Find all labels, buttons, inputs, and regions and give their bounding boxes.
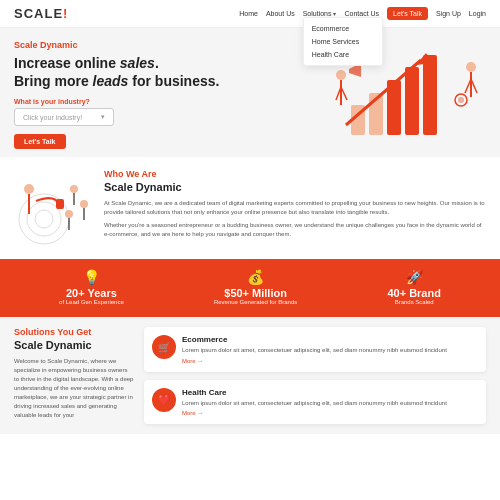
stat-brands-label: Brands Scaled [387,299,441,307]
svg-point-27 [65,210,73,218]
svg-rect-4 [423,55,437,135]
lightbulb-icon: 💡 [59,269,124,285]
logo-suffix: ! [63,6,68,21]
svg-point-19 [35,210,53,228]
chevron-down-icon: ▾ [101,113,105,121]
logo-text: SCALE [14,6,63,21]
solutions-right: 🛒 Ecommerce Lorem ipsum dolor sit amet, … [144,327,486,424]
magnet-illustration [14,169,94,249]
who-tag: Who We Are [104,169,486,179]
healthcare-title: Health Care [182,388,447,397]
solutions-tag: Solutions You Get [14,327,134,337]
hero-title: Increase online sales. Bring more leads … [14,54,326,90]
who-title: Scale Dynamic [104,181,486,193]
navbar: SCALE! Home About Us Solutions ▾ Ecommer… [0,0,500,28]
svg-point-20 [24,184,34,194]
solutions-dropdown-menu: Ecommerce Home Services Health Care [303,17,383,66]
hero-cta-button[interactable]: Let's Talk [14,134,66,149]
healthcare-text: Lorem ipsum dolor sit amet, consectetuer… [182,399,447,407]
solutions-label: Solutions [303,10,332,17]
ecommerce-text: Lorem ipsum dolor sit amet, consectetuer… [182,346,447,354]
svg-rect-22 [56,199,64,209]
svg-point-23 [70,185,78,193]
stat-years-number: 20+ Years [59,287,124,299]
stat-brands-number: 40+ Brand [387,287,441,299]
solutions-layout: Solutions You Get Scale Dynamic Welcome … [14,327,486,424]
ecommerce-title: Ecommerce [182,335,447,344]
stat-revenue-number: $50+ Million [214,287,297,299]
svg-point-25 [80,200,88,208]
who-para2: Whether you're a seasoned entrepreneur o… [104,221,486,239]
hero-left: Scale Dynamic Increase online sales. Bri… [14,40,326,149]
who-section: Who We Are Scale Dynamic At Scale Dynami… [0,157,500,259]
stat-years: 💡 20+ Years of Lead Gen Experience [59,269,124,307]
hero-tag: Scale Dynamic [14,40,326,50]
who-left [14,169,94,251]
nav-solutions-link[interactable]: Solutions ▾ [303,10,337,17]
chevron-down-icon: ▾ [333,10,336,17]
industry-label: What is your industry? [14,98,326,105]
svg-point-16 [458,97,464,103]
nav-signup[interactable]: Sign Up [436,10,461,17]
nav-login[interactable]: Login [469,10,486,17]
who-para1: At Scale Dynamic, we are a dedicated tea… [104,199,486,217]
who-layout: Who We Are Scale Dynamic At Scale Dynami… [14,169,486,251]
stat-revenue: 💰 $50+ Million Revenue Generated for Bra… [214,269,297,307]
stat-revenue-label: Revenue Generated for Brands [214,299,297,307]
solutions-left: Solutions You Get Scale Dynamic Welcome … [14,327,134,424]
who-right: Who We Are Scale Dynamic At Scale Dynami… [104,169,486,251]
solution-card-ecommerce-content: Ecommerce Lorem ipsum dolor sit amet, co… [182,335,447,363]
solution-card-healthcare-content: Health Care Lorem ipsum dolor sit amet, … [182,388,447,416]
dropdown-item-ecommerce[interactable]: Ecommerce [304,22,382,35]
solution-card-ecommerce: 🛒 Ecommerce Lorem ipsum dolor sit amet, … [144,327,486,371]
rocket-icon: 🚀 [387,269,441,285]
nav-contact[interactable]: Contact Us [344,10,379,17]
nav-home[interactable]: Home [239,10,258,17]
nav-links: Home About Us Solutions ▾ Ecommerce Home… [239,7,486,20]
dropdown-item-home-services[interactable]: Home Services [304,35,382,48]
nav-cta-button[interactable]: Let's Talk [387,7,428,20]
svg-rect-3 [405,67,419,135]
hero-industry: What is your industry? Click your indust… [14,98,326,126]
solutions-title: Scale Dynamic [14,339,134,351]
stat-years-label: of Lead Gen Experience [59,299,124,307]
nav-about[interactable]: About Us [266,10,295,17]
solutions-section: Solutions You Get Scale Dynamic Welcome … [0,317,500,434]
ecommerce-icon: 🛒 [152,335,176,359]
healthcare-more-link[interactable]: More → [182,410,447,416]
stat-brands: 🚀 40+ Brand Brands Scaled [387,269,441,307]
solutions-text: Welcome to Scale Dynamic, where we speci… [14,357,134,420]
industry-select[interactable]: Click your industry! ▾ [14,108,114,126]
svg-point-11 [466,62,476,72]
svg-point-6 [336,70,346,80]
hero-section: Scale Dynamic Increase online sales. Bri… [0,28,500,157]
svg-point-18 [27,202,61,236]
healthcare-icon: ❤️ [152,388,176,412]
ecommerce-more-link[interactable]: More → [182,358,447,364]
nav-solutions-dropdown[interactable]: Solutions ▾ Ecommerce Home Services Heal… [303,10,337,17]
solution-card-healthcare: ❤️ Health Care Lorem ipsum dolor sit ame… [144,380,486,424]
logo[interactable]: SCALE! [14,6,68,21]
industry-placeholder: Click your industry! [23,114,82,121]
money-icon: 💰 [214,269,297,285]
stats-banner: 💡 20+ Years of Lead Gen Experience 💰 $50… [0,259,500,317]
dropdown-item-health-care[interactable]: Health Care [304,48,382,61]
